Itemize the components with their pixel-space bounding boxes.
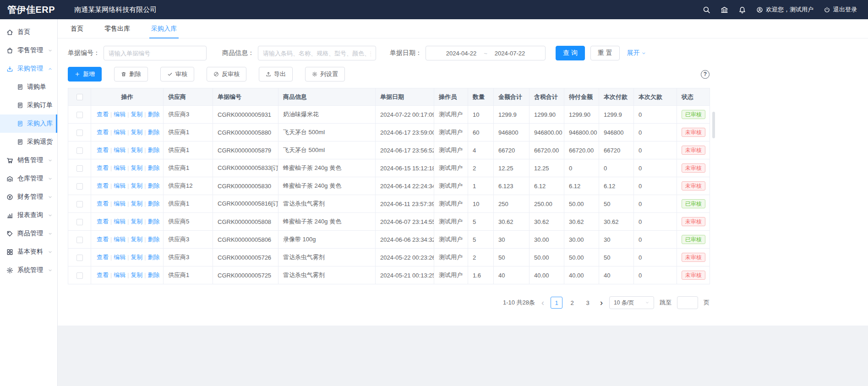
row-checkbox[interactable] xyxy=(76,130,83,136)
column-header: 含税合计 xyxy=(530,88,564,106)
bill-no-input[interactable] xyxy=(104,46,207,60)
row-action-delete[interactable]: 删除 xyxy=(147,254,159,261)
row-action-delete[interactable]: 删除 xyxy=(147,236,159,243)
row-action-delete[interactable]: 删除 xyxy=(147,200,159,207)
product-info-input[interactable] xyxy=(258,46,376,60)
page-number-1[interactable]: 1 xyxy=(551,297,562,309)
reset-button[interactable]: 重 置 xyxy=(590,46,620,60)
delete-button[interactable]: 删除 xyxy=(114,67,148,82)
row-action-edit[interactable]: 编辑 xyxy=(114,254,126,261)
sidebar-item-basic[interactable]: 基本资料 xyxy=(0,243,57,261)
sidebar-item-report[interactable]: 报表查询 xyxy=(0,206,57,224)
prev-page-button[interactable]: ‹ xyxy=(540,299,545,307)
sidebar-item-warehouse[interactable]: 仓库管理 xyxy=(0,169,57,188)
row-action-copy[interactable]: 复制 xyxy=(131,200,142,207)
sidebar-item-finance[interactable]: 财务管理 xyxy=(0,188,57,206)
row-action-copy[interactable]: 复制 xyxy=(131,182,142,189)
row-action-edit[interactable]: 编辑 xyxy=(114,236,126,243)
next-page-button[interactable]: › xyxy=(599,299,604,307)
row-action-copy[interactable]: 复制 xyxy=(131,236,142,243)
row-action-copy[interactable]: 复制 xyxy=(131,272,142,278)
page-number-3[interactable]: 3 xyxy=(582,297,594,309)
row-action-view[interactable]: 查看 xyxy=(97,272,109,278)
row-action-edit[interactable]: 编辑 xyxy=(114,147,126,153)
row-checkbox[interactable] xyxy=(76,219,83,225)
date-to-value[interactable]: 2024-07-22 xyxy=(495,50,525,57)
row-action-view[interactable]: 查看 xyxy=(97,182,109,189)
row-action-delete[interactable]: 删除 xyxy=(147,164,159,171)
search-button[interactable]: 查 询 xyxy=(556,46,585,60)
row-action-delete[interactable]: 删除 xyxy=(147,111,159,118)
row-action-edit[interactable]: 编辑 xyxy=(114,111,126,118)
row-action-edit[interactable]: 编辑 xyxy=(114,272,126,278)
sidebar-item-purchase-inbound[interactable]: 采购入库 xyxy=(0,114,57,133)
row-checkbox[interactable] xyxy=(76,272,83,279)
row-action-edit[interactable]: 编辑 xyxy=(114,200,126,207)
date-from-value[interactable]: 2024-04-22 xyxy=(446,50,477,57)
row-action-view[interactable]: 查看 xyxy=(97,200,109,207)
row-action-delete[interactable]: 删除 xyxy=(147,129,159,136)
jump-page-input[interactable] xyxy=(677,296,698,309)
cell-date: 2024-06-11 23:57:39 xyxy=(376,195,434,213)
date-range-picker[interactable]: 2024-04-22 ~ 2024-07-22 xyxy=(426,46,546,60)
row-checkbox[interactable] xyxy=(76,165,83,172)
sidebar-item-goods[interactable]: 商品管理 xyxy=(0,224,57,243)
row-action-copy[interactable]: 复制 xyxy=(131,254,142,261)
sidebar-item-purchase-order[interactable]: 采购订单 xyxy=(0,96,57,114)
search-icon[interactable] xyxy=(703,6,710,14)
row-action-view[interactable]: 查看 xyxy=(97,129,109,136)
row-checkbox[interactable] xyxy=(76,237,83,243)
row-action-view[interactable]: 查看 xyxy=(97,111,109,118)
row-action-view[interactable]: 查看 xyxy=(97,254,109,261)
row-action-edit[interactable]: 编辑 xyxy=(114,129,126,136)
row-checkbox[interactable] xyxy=(76,255,83,261)
row-checkbox[interactable] xyxy=(76,147,83,154)
action-separator: | xyxy=(144,272,146,278)
bank-icon[interactable] xyxy=(721,6,728,14)
add-button[interactable]: 新增 xyxy=(68,67,102,82)
sidebar-item-purchase[interactable]: 采购管理 xyxy=(0,60,57,78)
row-action-view[interactable]: 查看 xyxy=(97,218,109,225)
row-action-copy[interactable]: 复制 xyxy=(131,164,142,171)
row-action-copy[interactable]: 复制 xyxy=(131,218,142,225)
row-checkbox[interactable] xyxy=(76,183,83,190)
row-action-copy[interactable]: 复制 xyxy=(131,147,142,153)
tab-purchase-inbound[interactable]: 采购入库 xyxy=(151,19,177,38)
expand-filters-link[interactable]: 展开 xyxy=(627,49,646,57)
tab-retail-outbound[interactable]: 零售出库 xyxy=(104,19,130,38)
sidebar-item-system[interactable]: 系统管理 xyxy=(0,261,57,279)
row-checkbox[interactable] xyxy=(76,112,83,118)
unaudit-button[interactable]: 反审核 xyxy=(207,67,246,82)
bell-icon[interactable] xyxy=(738,6,746,14)
table-scrollbar[interactable] xyxy=(712,112,715,138)
row-action-delete[interactable]: 删除 xyxy=(147,218,159,225)
tab-home[interactable]: 首页 xyxy=(71,19,83,38)
audit-button[interactable]: 审核 xyxy=(160,67,194,82)
row-action-view[interactable]: 查看 xyxy=(97,164,109,171)
select-all-checkbox[interactable] xyxy=(76,94,83,100)
export-button[interactable]: 导出 xyxy=(259,67,293,82)
help-icon[interactable]: ? xyxy=(701,70,710,79)
row-action-view[interactable]: 查看 xyxy=(97,236,109,243)
row-action-view[interactable]: 查看 xyxy=(97,147,109,153)
row-action-edit[interactable]: 编辑 xyxy=(114,182,126,189)
row-action-delete[interactable]: 删除 xyxy=(147,182,159,189)
page-size-select[interactable]: 10 条/页 xyxy=(609,296,654,309)
sidebar-item-retail[interactable]: 零售管理 xyxy=(0,41,57,60)
page-numbers: 123 xyxy=(551,297,594,309)
page-number-2[interactable]: 2 xyxy=(566,297,578,309)
row-action-edit[interactable]: 编辑 xyxy=(114,218,126,225)
sidebar-item-purchase-request[interactable]: 请购单 xyxy=(0,78,57,96)
row-action-edit[interactable]: 编辑 xyxy=(114,164,126,171)
row-action-copy[interactable]: 复制 xyxy=(131,111,142,118)
sidebar-item-sales[interactable]: 销售管理 xyxy=(0,151,57,169)
row-checkbox[interactable] xyxy=(76,201,83,207)
sidebar-item-home[interactable]: 首页 xyxy=(0,23,57,41)
logout-button[interactable]: 退出登录 xyxy=(824,5,857,14)
row-action-copy[interactable]: 复制 xyxy=(131,129,142,136)
welcome-user[interactable]: 欢迎您，测试用户 xyxy=(756,5,813,14)
row-action-delete[interactable]: 删除 xyxy=(147,272,159,278)
row-action-delete[interactable]: 删除 xyxy=(147,147,159,153)
sidebar-item-purchase-return[interactable]: 采购退货 xyxy=(0,133,57,151)
column-settings-button[interactable]: 列设置 xyxy=(305,67,345,82)
